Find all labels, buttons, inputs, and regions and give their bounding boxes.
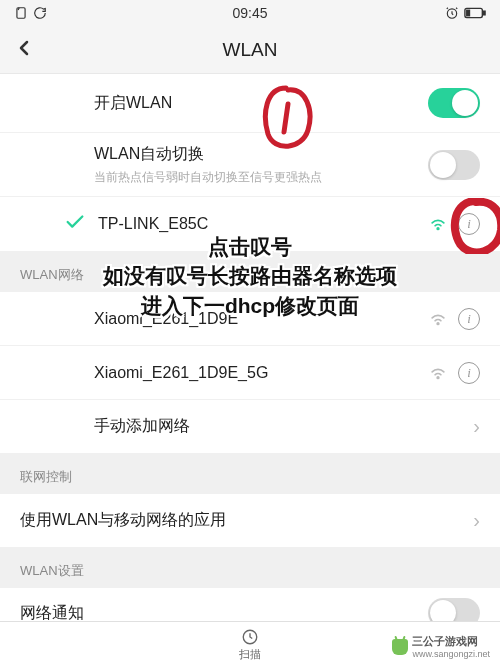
chevron-right-icon: ›: [473, 415, 480, 438]
info-icon[interactable]: i: [458, 213, 480, 235]
row-enable-wlan[interactable]: 开启WLAN: [0, 74, 500, 133]
watermark-url: www.sangongzi.net: [412, 649, 490, 659]
enable-wlan-label: 开启WLAN: [94, 93, 428, 114]
add-network-label: 手动添加网络: [94, 416, 473, 437]
auto-switch-sublabel: 当前热点信号弱时自动切换至信号更强热点: [94, 169, 428, 186]
row-net-notify[interactable]: 网络通知: [0, 588, 500, 621]
wifi-icon: [428, 212, 448, 236]
back-button[interactable]: [12, 36, 36, 64]
auto-switch-toggle[interactable]: [428, 150, 480, 180]
section-joint: 联网控制: [0, 454, 500, 494]
section-networks: WLAN网络: [0, 252, 500, 292]
footer-scan-label: 扫描: [239, 647, 261, 662]
status-time: 09:45: [232, 5, 267, 21]
network-ssid: Xiaomi_E261_1D9E: [94, 310, 428, 328]
svg-point-5: [437, 228, 439, 230]
connected-ssid: TP-LINK_E85C: [98, 215, 428, 233]
page-title: WLAN: [223, 39, 278, 61]
info-icon[interactable]: i: [458, 308, 480, 330]
wifi-icon: [428, 361, 448, 385]
net-notify-toggle[interactable]: [428, 598, 480, 621]
svg-point-7: [437, 376, 439, 378]
network-row[interactable]: Xiaomi_E261_1D9E_5G i: [0, 346, 500, 400]
wifi-icon: [428, 307, 448, 331]
chevron-left-icon: [12, 36, 36, 60]
network-row[interactable]: Xiaomi_E261_1D9E i: [0, 292, 500, 346]
network-ssid: Xiaomi_E261_1D9E_5G: [94, 364, 428, 382]
section-settings: WLAN设置: [0, 548, 500, 588]
svg-rect-4: [467, 10, 470, 16]
alarm-icon: [445, 6, 459, 20]
watermark-brand: 三公子游戏网: [412, 634, 490, 649]
refresh-icon: [33, 6, 47, 20]
enable-wlan-toggle[interactable]: [428, 88, 480, 118]
svg-point-6: [437, 322, 439, 324]
status-left: [14, 6, 47, 20]
net-notify-label: 网络通知: [20, 603, 428, 622]
watermark: 三公子游戏网 www.sangongzi.net: [388, 632, 494, 661]
page-header: WLAN: [0, 26, 500, 74]
per-app-label: 使用WLAN与移动网络的应用: [20, 510, 473, 531]
status-right: [445, 6, 486, 20]
status-bar: 09:45: [0, 0, 500, 26]
row-connected-network[interactable]: TP-LINK_E85C i: [0, 197, 500, 252]
row-per-app[interactable]: 使用WLAN与移动网络的应用 ›: [0, 494, 500, 548]
scan-icon: [241, 628, 259, 646]
check-icon: [64, 211, 86, 237]
battery-icon: [464, 7, 486, 19]
row-auto-switch[interactable]: WLAN自动切换 当前热点信号弱时自动切换至信号更强热点: [0, 133, 500, 197]
auto-switch-label: WLAN自动切换: [94, 144, 428, 165]
info-icon[interactable]: i: [458, 362, 480, 384]
row-add-network[interactable]: 手动添加网络 ›: [0, 400, 500, 454]
content-scroll[interactable]: 开启WLAN WLAN自动切换 当前热点信号弱时自动切换至信号更强热点 TP-L…: [0, 74, 500, 621]
sim-icon: [14, 6, 28, 20]
chevron-right-icon: ›: [473, 509, 480, 532]
svg-rect-3: [483, 11, 485, 15]
android-icon: [392, 639, 408, 655]
